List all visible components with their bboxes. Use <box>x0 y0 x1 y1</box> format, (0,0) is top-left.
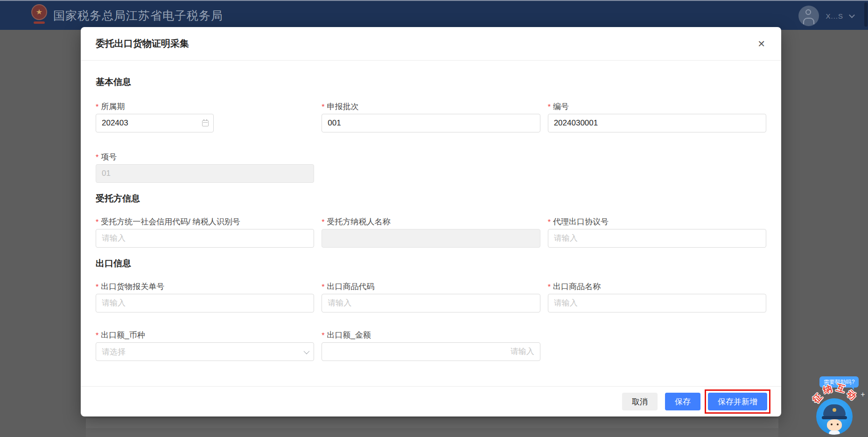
required-asterisk: * <box>96 332 98 340</box>
dialog-footer: 取消 保存 保存并新增 <box>81 386 781 416</box>
user-avatar-icon[interactable] <box>798 6 819 26</box>
national-emblem-icon <box>31 4 48 27</box>
plus-icon[interactable]: + <box>858 390 868 400</box>
user-name: X...S <box>826 12 843 20</box>
field-batch: * 申报批次 <box>322 101 540 132</box>
field-label: 申报批次 <box>327 101 359 112</box>
user-menu[interactable]: X...S <box>798 1 854 31</box>
required-asterisk: * <box>322 218 324 227</box>
field-label: 项号 <box>101 152 117 162</box>
field-number: * 编号 <box>548 101 766 132</box>
field-credit-code: * 受托方统一社会信用代码/ 纳税人识别号 <box>96 216 314 248</box>
cancel-button[interactable]: 取消 <box>622 393 658 410</box>
batch-input[interactable] <box>322 114 540 132</box>
scrollbar-thumb[interactable] <box>864 2 868 27</box>
section-consignee-info: 受托方信息 <box>96 193 766 205</box>
dialog-title: 委托出口货物证明采集 <box>96 37 189 50</box>
required-asterisk: * <box>322 332 324 340</box>
period-input[interactable] <box>96 114 214 132</box>
agency-agreement-no-input[interactable] <box>548 229 766 248</box>
field-label: 代理出口协议号 <box>553 216 609 227</box>
required-asterisk: * <box>548 103 551 111</box>
field-customs-declaration-no: * 出口货物报关单号 <box>96 281 314 312</box>
export-certificate-dialog: 委托出口货物证明采集 ✕ 基本信息 * 所属期 * 申报批次 <box>81 27 781 416</box>
dialog-header: 委托出口货物证明采集 ✕ <box>81 27 781 61</box>
consignee-name-input <box>322 229 540 248</box>
field-label: 所属期 <box>101 101 125 112</box>
field-label: 出口额_币种 <box>101 330 145 340</box>
field-commodity-code: * 出口商品代码 <box>322 281 540 312</box>
required-asterisk: * <box>96 103 98 111</box>
select-placeholder: 请选择 <box>102 347 304 357</box>
commodity-name-input[interactable] <box>548 294 766 312</box>
credit-code-input[interactable] <box>96 229 314 248</box>
customs-declaration-no-input[interactable] <box>96 294 314 312</box>
number-input[interactable] <box>548 114 766 132</box>
field-label: 出口额_金额 <box>327 330 371 340</box>
field-amount: * 出口额_金额 <box>322 329 540 361</box>
field-label: 编号 <box>553 101 569 112</box>
close-icon[interactable]: ✕ <box>756 37 767 50</box>
field-consignee-name: * 受托方纳税人名称 <box>322 216 540 248</box>
tax-mascot-icon[interactable] <box>816 398 853 435</box>
field-label: 出口货物报关单号 <box>101 281 164 292</box>
dimmed-page-content <box>86 418 778 428</box>
required-asterisk: * <box>96 153 98 162</box>
amount-input[interactable] <box>322 342 540 361</box>
required-asterisk: * <box>322 283 324 291</box>
field-item-no: * 项号 <box>96 151 314 183</box>
required-asterisk: * <box>322 103 324 111</box>
item-no-input <box>96 164 314 183</box>
badge-char: 动 <box>844 388 859 402</box>
field-label: 出口商品代码 <box>327 281 375 292</box>
field-label: 出口商品名称 <box>553 281 601 292</box>
commodity-code-input[interactable] <box>322 294 540 312</box>
field-commodity-name: * 出口商品名称 <box>548 281 766 312</box>
section-basic-info: 基本信息 <box>96 76 766 88</box>
field-currency: * 出口额_币种 请选择 <box>96 329 314 361</box>
chevron-down-icon <box>304 348 310 354</box>
required-asterisk: * <box>96 283 98 291</box>
field-label: 受托方纳税人名称 <box>327 216 391 227</box>
chevron-down-icon <box>849 12 855 18</box>
required-asterisk: * <box>96 218 98 227</box>
required-asterisk: * <box>548 218 551 227</box>
field-label: 受托方统一社会信用代码/ 纳税人识别号 <box>101 216 240 227</box>
save-button[interactable]: 保存 <box>665 393 700 410</box>
field-period: * 所属期 <box>96 101 314 132</box>
section-export-info: 出口信息 <box>96 257 766 270</box>
dimmed-page-content <box>86 428 778 437</box>
help-widget: 需要帮助吗? + 征 纳 互 动 <box>811 373 868 437</box>
portal-title: 国家税务总局江苏省电子税务局 <box>53 8 223 23</box>
app-header: 国家税务总局江苏省电子税务局 X...S <box>0 0 868 30</box>
save-and-add-button[interactable]: 保存并新增 <box>708 393 767 410</box>
field-agency-agreement-no: * 代理出口协议号 <box>548 216 766 248</box>
dialog-body: 基本信息 * 所属期 * 申报批次 <box>81 61 781 386</box>
required-asterisk: * <box>548 283 551 291</box>
currency-select[interactable]: 请选择 <box>96 342 314 361</box>
calendar-icon[interactable] <box>202 120 209 126</box>
